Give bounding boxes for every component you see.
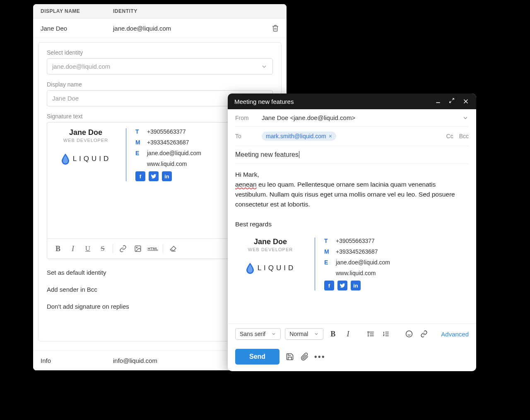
- sig-mobile: +393345263687: [147, 139, 189, 146]
- svg-point-1: [136, 247, 137, 248]
- signature-divider: [126, 128, 126, 181]
- chevron-down-icon: [314, 331, 319, 336]
- sig-email: jane.doe@liquid.com: [336, 259, 390, 266]
- link-button[interactable]: [116, 242, 130, 255]
- from-label: From: [235, 115, 253, 121]
- facebook-icon[interactable]: f: [324, 281, 334, 290]
- compose-titlebar: Meeting new features: [228, 94, 476, 109]
- more-actions-icon[interactable]: •••: [315, 352, 324, 361]
- trash-icon[interactable]: [272, 24, 279, 32]
- greeting-line: Hi Mark,: [235, 170, 469, 180]
- select-identity-label: Select identity: [47, 49, 273, 56]
- chevron-down-icon: [261, 63, 267, 70]
- signature-name: Jane Doe: [235, 238, 306, 246]
- cc-toggle[interactable]: Cc: [446, 133, 453, 139]
- sig-key-e: E: [324, 259, 329, 266]
- numbered-list-button[interactable]: [381, 329, 391, 339]
- subject-field[interactable]: Meeting new features: [235, 146, 469, 164]
- svg-line-4: [450, 101, 451, 103]
- clear-format-button[interactable]: [166, 242, 180, 255]
- sig-mobile: +393345263687: [336, 248, 378, 255]
- emoji-button[interactable]: [404, 329, 414, 339]
- sig-email: jane.doe@liquid.com: [147, 150, 201, 156]
- signature-divider: [315, 238, 315, 290]
- compose-title-text: Meeting new features: [234, 98, 294, 105]
- sig-key-t: T: [324, 238, 329, 244]
- svg-point-10: [368, 332, 369, 333]
- signature-logo-text: LIQUID: [73, 155, 111, 163]
- linkedin-icon[interactable]: in: [162, 171, 172, 181]
- font-family-dropdown[interactable]: Sans serif: [235, 328, 281, 340]
- signature-logo: LIQUID: [55, 153, 117, 165]
- signature-logo-text: LIQUID: [258, 264, 296, 272]
- identity-row[interactable]: Jane Deo jane.doe@liquid.com: [33, 19, 287, 38]
- bold-button[interactable]: B: [328, 329, 338, 339]
- chevron-down-icon: [271, 331, 276, 336]
- italic-button[interactable]: I: [342, 329, 353, 339]
- recipient-email: mark.smith@liquid.com: [266, 133, 326, 139]
- subject-value: Meeting new features: [235, 151, 299, 158]
- font-size-dropdown[interactable]: Normal: [285, 328, 323, 340]
- signature-job-title: WEB DEVELOPER: [55, 138, 117, 143]
- recipient-chip[interactable]: mark.smith@liquid.com ×: [262, 132, 336, 141]
- link-button[interactable]: [419, 329, 429, 339]
- close-icon[interactable]: [462, 98, 470, 105]
- advanced-link[interactable]: Advanced: [441, 331, 469, 338]
- signature-job-title: WEB DEVELOPER: [235, 247, 306, 252]
- identity-email: jane.doe@liquid.com: [113, 25, 272, 32]
- twitter-icon[interactable]: [149, 171, 159, 181]
- closing-line: Best regards: [235, 219, 469, 229]
- linkedin-icon[interactable]: in: [351, 281, 361, 290]
- underline-button[interactable]: U: [81, 242, 94, 255]
- expand-icon[interactable]: [449, 98, 455, 105]
- misspelled-word: aenean: [235, 181, 257, 188]
- svg-line-3: [452, 98, 454, 100]
- svg-point-11: [368, 334, 369, 334]
- identity-display-name: Info: [41, 357, 113, 364]
- body-rest: eu leo quam. Pellentesque ornare sem lac…: [235, 181, 455, 208]
- sig-key-e: E: [135, 150, 140, 156]
- sig-phone: +39055663377: [336, 238, 375, 244]
- italic-button[interactable]: I: [66, 242, 80, 255]
- compose-window: Meeting new features From Jane Doe <jane…: [228, 94, 476, 371]
- facebook-icon[interactable]: f: [135, 171, 145, 181]
- display-name-label: Display name: [47, 81, 273, 88]
- from-field[interactable]: From Jane Doe <jane.doe@liquid.com>: [235, 109, 469, 127]
- bold-button[interactable]: B: [51, 242, 65, 255]
- bullet-list-button[interactable]: [366, 329, 376, 339]
- liquid-logo-icon: [60, 153, 70, 165]
- identity-display-name: Jane Deo: [41, 25, 113, 32]
- image-button[interactable]: [131, 242, 145, 255]
- select-identity-dropdown[interactable]: jane.doe@liquid.com: [47, 58, 273, 74]
- to-field[interactable]: To mark.smith@liquid.com × Cc Bcc: [235, 127, 469, 146]
- sig-key-m: M: [324, 248, 329, 255]
- sig-web: www.liquid.com: [336, 270, 376, 276]
- twitter-icon[interactable]: [337, 281, 347, 290]
- save-draft-icon[interactable]: [285, 352, 294, 361]
- svg-point-12: [368, 336, 369, 336]
- send-button[interactable]: Send: [235, 349, 279, 365]
- chip-remove-icon[interactable]: ×: [329, 133, 332, 139]
- attachment-icon[interactable]: [300, 352, 309, 361]
- compose-toolbar: Sans serif Normal B I Advanced: [228, 324, 476, 344]
- signature-name: Jane Doe: [55, 128, 117, 137]
- to-label: To: [235, 133, 253, 139]
- liquid-logo-icon: [245, 262, 255, 274]
- compose-signature-block: Jane Doe WEB DEVELOPER LIQUID T+39055663…: [235, 238, 469, 290]
- compose-actions: Send •••: [228, 344, 476, 371]
- header-identity: IDENTITY: [113, 8, 137, 14]
- signature-logo: LIQUID: [235, 262, 306, 274]
- header-display-name: DISPLAY NAME: [41, 8, 113, 14]
- compose-body-text[interactable]: Hi Mark, aenean eu leo quam. Pellentesqu…: [235, 164, 469, 235]
- strikethrough-button[interactable]: S: [96, 242, 109, 255]
- html-button[interactable]: HTML: [146, 242, 159, 255]
- identity-table-header: DISPLAY NAME IDENTITY: [33, 4, 287, 19]
- svg-point-16: [406, 331, 412, 337]
- chevron-down-icon[interactable]: [462, 115, 469, 121]
- minimize-icon[interactable]: [435, 98, 441, 105]
- bcc-toggle[interactable]: Bcc: [459, 133, 469, 139]
- sig-web: www.liquid.com: [147, 161, 187, 167]
- select-identity-value: jane.doe@liquid.com: [52, 63, 110, 70]
- display-name-value: Jane Doe: [52, 95, 79, 102]
- from-value: Jane Doe <jane.doe@liquid.com>: [262, 114, 453, 121]
